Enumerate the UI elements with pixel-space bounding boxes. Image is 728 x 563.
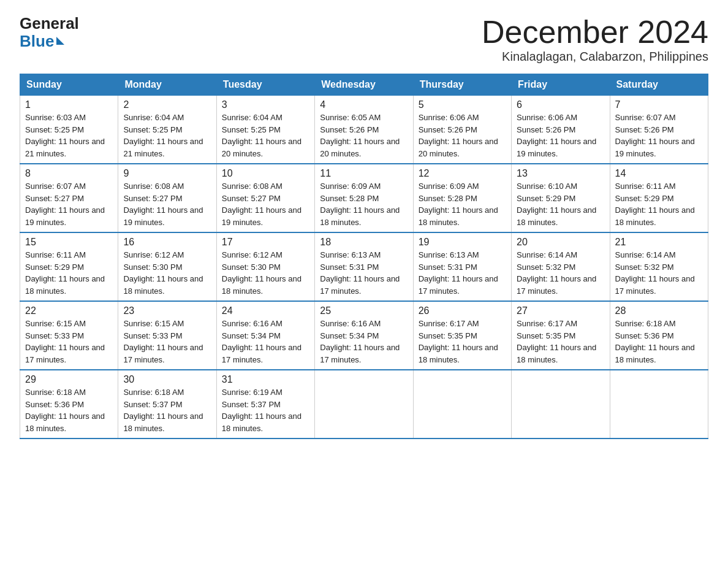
calendar-cell: 13Sunrise: 6:10 AMSunset: 5:29 PMDayligh… <box>512 164 610 232</box>
day-number: 4 <box>320 99 408 110</box>
day-number: 31 <box>222 374 309 385</box>
title-block: December 2024 Kinalaglagan, Calabarzon, … <box>482 15 708 64</box>
day-number: 30 <box>123 374 211 385</box>
logo-line1: General <box>20 15 79 33</box>
calendar-body: 1Sunrise: 6:03 AMSunset: 5:25 PMDaylight… <box>20 96 708 439</box>
calendar-cell: 18Sunrise: 6:13 AMSunset: 5:31 PMDayligh… <box>315 232 413 301</box>
day-info: Sunrise: 6:14 AMSunset: 5:32 PMDaylight:… <box>517 250 596 296</box>
day-info: Sunrise: 6:11 AMSunset: 5:29 PMDaylight:… <box>615 182 695 227</box>
day-info: Sunrise: 6:15 AMSunset: 5:33 PMDaylight:… <box>123 319 203 364</box>
calendar-cell: 24Sunrise: 6:16 AMSunset: 5:34 PMDayligh… <box>216 301 314 370</box>
day-info: Sunrise: 6:19 AMSunset: 5:37 PMDaylight:… <box>222 388 301 433</box>
calendar-cell: 15Sunrise: 6:11 AMSunset: 5:29 PMDayligh… <box>20 232 118 301</box>
calendar-cell <box>610 370 708 439</box>
day-number: 6 <box>517 99 604 110</box>
day-info: Sunrise: 6:18 AMSunset: 5:36 PMDaylight:… <box>25 388 105 433</box>
day-number: 17 <box>222 237 309 248</box>
logo: General Blue <box>20 15 79 50</box>
calendar-cell: 8Sunrise: 6:07 AMSunset: 5:27 PMDaylight… <box>20 164 118 232</box>
day-number: 11 <box>320 168 408 179</box>
calendar-cell: 27Sunrise: 6:17 AMSunset: 5:35 PMDayligh… <box>512 301 610 370</box>
calendar-cell: 11Sunrise: 6:09 AMSunset: 5:28 PMDayligh… <box>315 164 413 232</box>
calendar-cell: 22Sunrise: 6:15 AMSunset: 5:33 PMDayligh… <box>20 301 118 370</box>
day-info: Sunrise: 6:13 AMSunset: 5:31 PMDaylight:… <box>419 250 498 296</box>
day-info: Sunrise: 6:04 AMSunset: 5:25 PMDaylight:… <box>222 113 301 158</box>
day-number: 5 <box>419 99 506 110</box>
day-number: 12 <box>419 168 506 179</box>
calendar-cell <box>413 370 511 439</box>
day-number: 23 <box>123 305 211 316</box>
day-number: 25 <box>320 305 408 316</box>
month-title: December 2024 <box>482 15 708 50</box>
calendar-cell: 20Sunrise: 6:14 AMSunset: 5:32 PMDayligh… <box>512 232 610 301</box>
calendar-col-header: Thursday <box>413 74 511 96</box>
day-number: 26 <box>419 305 506 316</box>
calendar-cell: 1Sunrise: 6:03 AMSunset: 5:25 PMDaylight… <box>20 96 118 164</box>
day-number: 19 <box>419 237 506 248</box>
calendar-cell: 12Sunrise: 6:09 AMSunset: 5:28 PMDayligh… <box>413 164 511 232</box>
calendar-cell <box>512 370 610 439</box>
day-number: 3 <box>222 99 309 110</box>
calendar-header-row: SundayMondayTuesdayWednesdayThursdayFrid… <box>20 74 708 96</box>
calendar-cell: 30Sunrise: 6:18 AMSunset: 5:37 PMDayligh… <box>118 370 216 439</box>
day-info: Sunrise: 6:08 AMSunset: 5:27 PMDaylight:… <box>123 182 203 227</box>
calendar-cell: 17Sunrise: 6:12 AMSunset: 5:30 PMDayligh… <box>216 232 314 301</box>
calendar-cell: 5Sunrise: 6:06 AMSunset: 5:26 PMDaylight… <box>413 96 511 164</box>
day-number: 10 <box>222 168 309 179</box>
calendar-cell: 7Sunrise: 6:07 AMSunset: 5:26 PMDaylight… <box>610 96 708 164</box>
calendar-cell: 2Sunrise: 6:04 AMSunset: 5:25 PMDaylight… <box>118 96 216 164</box>
calendar-cell: 26Sunrise: 6:17 AMSunset: 5:35 PMDayligh… <box>413 301 511 370</box>
day-info: Sunrise: 6:06 AMSunset: 5:26 PMDaylight:… <box>517 113 596 158</box>
table-row: 1Sunrise: 6:03 AMSunset: 5:25 PMDaylight… <box>20 96 708 164</box>
day-info: Sunrise: 6:05 AMSunset: 5:26 PMDaylight:… <box>320 113 400 158</box>
calendar-cell: 3Sunrise: 6:04 AMSunset: 5:25 PMDaylight… <box>216 96 314 164</box>
calendar-cell: 19Sunrise: 6:13 AMSunset: 5:31 PMDayligh… <box>413 232 511 301</box>
calendar-cell <box>315 370 413 439</box>
day-info: Sunrise: 6:12 AMSunset: 5:30 PMDaylight:… <box>222 250 301 296</box>
day-number: 24 <box>222 305 309 316</box>
day-info: Sunrise: 6:14 AMSunset: 5:32 PMDaylight:… <box>615 250 695 296</box>
calendar-cell: 14Sunrise: 6:11 AMSunset: 5:29 PMDayligh… <box>610 164 708 232</box>
day-number: 1 <box>25 99 113 110</box>
table-row: 22Sunrise: 6:15 AMSunset: 5:33 PMDayligh… <box>20 301 708 370</box>
calendar-col-header: Monday <box>118 74 216 96</box>
calendar-cell: 28Sunrise: 6:18 AMSunset: 5:36 PMDayligh… <box>610 301 708 370</box>
day-info: Sunrise: 6:09 AMSunset: 5:28 PMDaylight:… <box>320 182 400 227</box>
calendar-col-header: Saturday <box>610 74 708 96</box>
day-number: 27 <box>517 305 604 316</box>
calendar-cell: 29Sunrise: 6:18 AMSunset: 5:36 PMDayligh… <box>20 370 118 439</box>
logo-line2: Blue <box>20 33 79 50</box>
table-row: 29Sunrise: 6:18 AMSunset: 5:36 PMDayligh… <box>20 370 708 439</box>
day-info: Sunrise: 6:04 AMSunset: 5:25 PMDaylight:… <box>123 113 203 158</box>
day-info: Sunrise: 6:18 AMSunset: 5:37 PMDaylight:… <box>123 388 203 433</box>
day-info: Sunrise: 6:06 AMSunset: 5:26 PMDaylight:… <box>419 113 498 158</box>
day-info: Sunrise: 6:15 AMSunset: 5:33 PMDaylight:… <box>25 319 105 364</box>
day-info: Sunrise: 6:10 AMSunset: 5:29 PMDaylight:… <box>517 182 596 227</box>
day-info: Sunrise: 6:16 AMSunset: 5:34 PMDaylight:… <box>320 319 400 364</box>
day-info: Sunrise: 6:17 AMSunset: 5:35 PMDaylight:… <box>419 319 498 364</box>
calendar-cell: 6Sunrise: 6:06 AMSunset: 5:26 PMDaylight… <box>512 96 610 164</box>
logo-arrow-icon <box>56 37 64 45</box>
day-number: 15 <box>25 237 113 248</box>
day-number: 28 <box>615 305 703 316</box>
day-info: Sunrise: 6:03 AMSunset: 5:25 PMDaylight:… <box>25 113 105 158</box>
calendar-col-header: Friday <box>512 74 610 96</box>
calendar-cell: 23Sunrise: 6:15 AMSunset: 5:33 PMDayligh… <box>118 301 216 370</box>
table-row: 15Sunrise: 6:11 AMSunset: 5:29 PMDayligh… <box>20 232 708 301</box>
page-header: General Blue December 2024 Kinalaglagan,… <box>20 15 708 64</box>
calendar-cell: 31Sunrise: 6:19 AMSunset: 5:37 PMDayligh… <box>216 370 314 439</box>
day-number: 8 <box>25 168 113 179</box>
day-info: Sunrise: 6:07 AMSunset: 5:27 PMDaylight:… <box>25 182 105 227</box>
day-number: 20 <box>517 237 604 248</box>
calendar-cell: 4Sunrise: 6:05 AMSunset: 5:26 PMDaylight… <box>315 96 413 164</box>
location: Kinalaglagan, Calabarzon, Philippines <box>482 50 708 64</box>
day-number: 7 <box>615 99 703 110</box>
day-number: 29 <box>25 374 113 385</box>
day-info: Sunrise: 6:12 AMSunset: 5:30 PMDaylight:… <box>123 250 203 296</box>
table-row: 8Sunrise: 6:07 AMSunset: 5:27 PMDaylight… <box>20 164 708 232</box>
day-number: 9 <box>123 168 211 179</box>
calendar-cell: 10Sunrise: 6:08 AMSunset: 5:27 PMDayligh… <box>216 164 314 232</box>
day-info: Sunrise: 6:18 AMSunset: 5:36 PMDaylight:… <box>615 319 695 364</box>
day-info: Sunrise: 6:13 AMSunset: 5:31 PMDaylight:… <box>320 250 400 296</box>
calendar-cell: 25Sunrise: 6:16 AMSunset: 5:34 PMDayligh… <box>315 301 413 370</box>
